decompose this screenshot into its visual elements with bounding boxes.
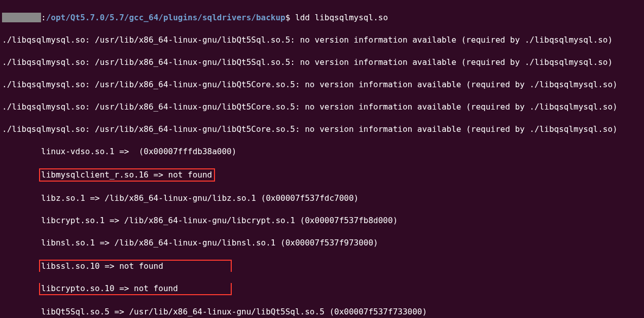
terminal-output[interactable]: :/opt/Qt5.7.0/5.7/gcc_64/plugins/sqldriv… bbox=[0, 0, 644, 318]
ldd-line-highlight: libssl.so.10 => not found bbox=[2, 260, 642, 272]
lib-entry: libssl.so.10 => not found bbox=[41, 261, 163, 271]
prompt-path: /opt/Qt5.7.0/5.7/gcc_64/plugins/sqldrive… bbox=[46, 13, 285, 22]
lib-entry: libQt5Sql.so.5 => /usr/lib/x86_64-linux-… bbox=[41, 307, 427, 316]
ldd-line: linux-vdso.so.1 => (0x00007fffdb38a000) bbox=[2, 146, 642, 157]
lib-entry: libz.so.1 => /lib/x86_64-linux-gnu/libz.… bbox=[41, 193, 359, 203]
highlight-box-notfound-bottom: libcrypto.so.10 => not found bbox=[39, 283, 232, 295]
warning-line: ./libqsqlmysql.so: /usr/lib/x86_64-linux… bbox=[2, 101, 642, 113]
ldd-line: libQt5Sql.so.5 => /usr/lib/x86_64-linux-… bbox=[2, 306, 642, 317]
ldd-line-highlight: libcrypto.so.10 => not found bbox=[2, 283, 642, 295]
warning-line: ./libqsqlmysql.so: /usr/lib/x86_64-linux… bbox=[2, 57, 642, 68]
lib-entry: libmysqlclient_r.so.16 => not found bbox=[41, 170, 212, 180]
ldd-line: libz.so.1 => /lib/x86_64-linux-gnu/libz.… bbox=[2, 193, 642, 204]
ldd-line: libnsl.so.1 => /lib/x86_64-linux-gnu/lib… bbox=[2, 237, 642, 249]
prompt-separator: : bbox=[41, 13, 46, 22]
lib-entry: libnsl.so.1 => /lib/x86_64-linux-gnu/lib… bbox=[41, 238, 378, 248]
prompt-line: :/opt/Qt5.7.0/5.7/gcc_64/plugins/sqldriv… bbox=[2, 12, 642, 23]
lib-entry: linux-vdso.so.1 => (0x00007fffdb38a000) bbox=[41, 147, 236, 156]
warning-line: ./libqsqlmysql.so: /usr/lib/x86_64-linux… bbox=[2, 79, 642, 90]
prompt-user-obscured bbox=[2, 13, 41, 22]
highlight-box-notfound-top: libssl.so.10 => not found bbox=[39, 260, 232, 272]
command-text: ldd libqsqlmysql.so bbox=[295, 13, 388, 22]
lib-entry: libcrypto.so.10 => not found bbox=[41, 284, 178, 293]
warning-line: ./libqsqlmysql.so: /usr/lib/x86_64-linux… bbox=[2, 34, 642, 46]
warning-line: ./libqsqlmysql.so: /usr/lib/x86_64-linux… bbox=[2, 124, 642, 135]
lib-entry: libcrypt.so.1 => /lib/x86_64-linux-gnu/l… bbox=[41, 216, 398, 225]
ldd-line: libcrypt.so.1 => /lib/x86_64-linux-gnu/l… bbox=[2, 215, 642, 226]
ldd-line-highlight: libmysqlclient_r.so.16 => not found bbox=[2, 168, 642, 182]
highlight-box-notfound: libmysqlclient_r.so.16 => not found bbox=[39, 168, 215, 182]
prompt-dollar: $ bbox=[285, 13, 291, 22]
